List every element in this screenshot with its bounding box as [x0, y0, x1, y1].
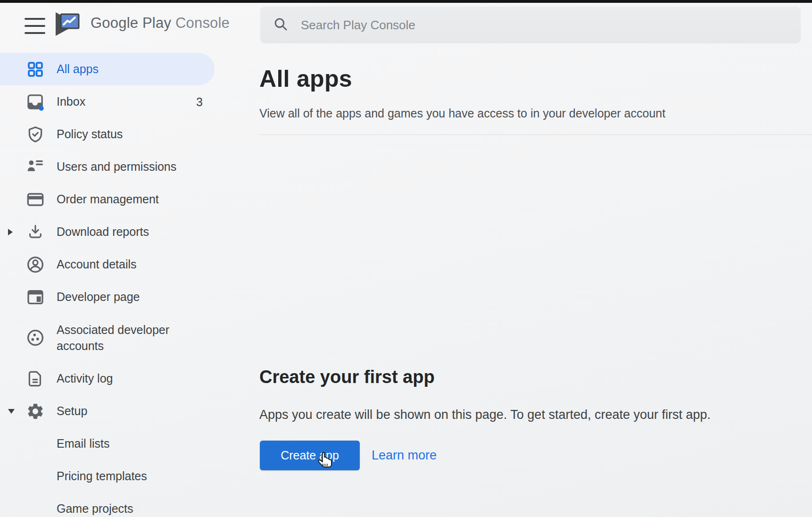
sidebar-item-order-management[interactable]: Order management [0, 183, 236, 216]
sidebar-item-label: All apps [57, 61, 99, 77]
sidebar-item-label: Pricing templates [57, 468, 147, 484]
all-apps-grid-icon [25, 59, 45, 79]
sidebar-item-developer-page[interactable]: Developer page [0, 281, 236, 313]
sidebar-item-label: Policy status [57, 126, 123, 142]
sidebar-item-inbox[interactable]: Inbox 3 [0, 85, 236, 118]
sidebar-item-label: Account details [57, 256, 137, 273]
sidebar-item-users-permissions[interactable]: Users and permissions [0, 150, 236, 183]
webpage-icon [25, 287, 45, 307]
sidebar-item-label: Users and permissions [57, 158, 176, 175]
learn-more-link[interactable]: Learn more [372, 448, 437, 463]
page-subtitle: View all of the apps and games you have … [259, 107, 665, 120]
divider [259, 134, 812, 135]
sidebar-item-label: Order management [57, 191, 159, 208]
sidebar-item-setup[interactable]: Setup [0, 395, 236, 427]
sidebar: All apps Inbox 3 Policy status [0, 53, 236, 517]
sidebar-item-label: Setup [57, 403, 87, 419]
sidebar-item-associated-developer-accounts[interactable]: Associated developer accounts [0, 313, 236, 362]
download-icon [25, 222, 45, 242]
collapse-arrow-icon[interactable] [8, 409, 15, 414]
page-title: All apps [259, 65, 352, 92]
google-play-logo-icon [53, 8, 82, 39]
sidebar-item-label: Game projects [57, 500, 133, 517]
sidebar-item-game-projects[interactable]: Game projects [0, 492, 236, 517]
empty-state-heading: Create your first app [259, 367, 435, 387]
person-circle-icon [25, 255, 45, 275]
dotted-circle-icon [25, 328, 45, 348]
sidebar-item-all-apps[interactable]: All apps [0, 53, 215, 85]
sidebar-item-label: Inbox [57, 93, 85, 110]
person-list-icon [25, 157, 45, 177]
expand-arrow-icon[interactable] [8, 229, 13, 235]
sidebar-item-account-details[interactable]: Account details [0, 248, 236, 281]
shield-check-icon [25, 125, 45, 144]
empty-state-description: Apps you create will be shown on this pa… [259, 408, 711, 422]
sidebar-item-email-lists[interactable]: Email lists [0, 427, 236, 460]
create-app-button[interactable]: Create app [260, 441, 360, 470]
inbox-icon [25, 92, 45, 112]
gear-icon [25, 401, 45, 421]
sidebar-item-activity-log[interactable]: Activity log [0, 362, 236, 395]
document-icon [25, 369, 45, 389]
sidebar-item-pricing-templates[interactable]: Pricing templates [0, 460, 236, 492]
sidebar-item-label: Download reports [57, 224, 149, 240]
menu-button[interactable] [25, 18, 47, 34]
brand-title-console: Console [175, 15, 230, 31]
pointer-cursor-icon [315, 450, 336, 473]
sidebar-item-label: Activity log [57, 370, 113, 387]
sidebar-item-download-reports[interactable]: Download reports [0, 216, 236, 248]
main-content: All apps View all of the apps and games … [259, 0, 812, 517]
play-console-window: Google Play Console All apps [0, 0, 812, 517]
brand-title: Google Play Console [91, 15, 230, 32]
sidebar-item-label: Developer page [57, 289, 140, 305]
brand[interactable]: Google Play Console [53, 8, 230, 39]
credit-card-icon [25, 190, 45, 209]
sidebar-item-policy-status[interactable]: Policy status [0, 118, 236, 150]
sidebar-item-label: Associated developer accounts [57, 322, 182, 354]
sidebar-item-label: Email lists [57, 435, 110, 452]
inbox-count-badge: 3 [196, 95, 203, 108]
brand-title-google-play: Google Play [91, 15, 171, 31]
